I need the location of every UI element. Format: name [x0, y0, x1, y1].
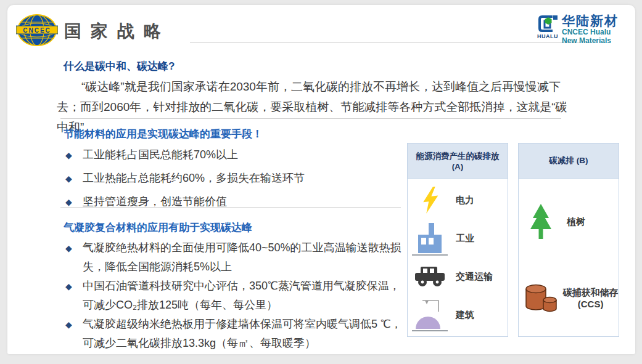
section1-heading: 什么是碳中和、碳达峰?: [64, 59, 175, 73]
panel-reduction-title: 碳减排 (B): [519, 144, 619, 179]
panel-row-building: 建筑: [408, 296, 508, 334]
panel-item-label: 建筑: [456, 309, 474, 321]
hualu-logo: HUALU 华陆新材 CNCEC Hualu New Materials: [537, 14, 619, 45]
diamond-bullet-icon: ◆: [65, 315, 72, 334]
divider-2: [60, 207, 401, 208]
factory-icon: [412, 221, 448, 254]
lightning-icon: [418, 185, 442, 214]
diamond-bullet-icon: ◆: [65, 277, 72, 296]
panel-emission-title: 能源消费产生的碳排放 (A): [408, 144, 508, 179]
hualu-name-cn: 华陆新材: [562, 14, 619, 28]
diamond-bullet-icon: ◆: [65, 239, 72, 258]
panel-item-label: 碳捕获和储存 (CCS): [562, 286, 619, 310]
section2-bullet-list: ◆工业能耗占国民总能耗70%以上 ◆工业热能占总能耗约60%，多损失在输送环节 …: [65, 145, 408, 216]
section3-heading: 气凝胶复合材料的应用有助于实现碳达峰: [64, 220, 252, 235]
panel-item-label: 交通运输: [456, 271, 493, 283]
panel-item-label: 植树: [567, 216, 585, 228]
cncec-globe-logo-icon: CNCEC: [16, 13, 58, 50]
divider-1: [60, 118, 561, 119]
panel-row-tree: 植树: [519, 181, 619, 263]
panel-emission: 能源消费产生的碳排放 (A) 电力: [407, 143, 508, 337]
title-underline: [190, 42, 580, 43]
list-item: ◆气凝胶绝热材料的全面使用可降低40~50%的工业高温输送散热损失，降低全国能源…: [65, 238, 408, 276]
slide: CNCEC 国家战略 HUALU 华陆新材 CNCEC Hualu New Ma…: [7, 5, 635, 354]
list-item: ◆工业热能占总能耗约60%，多损失在输送环节: [65, 169, 408, 187]
ground-line: [412, 254, 448, 256]
list-item: ◆工业能耗占国民总能耗70%以上: [65, 145, 408, 164]
section2-heading: 节能材料的应用是实现碳达峰的重要手段！: [64, 127, 263, 141]
panel-row-electricity: 电力: [408, 181, 508, 219]
hualu-mark-icon: [537, 14, 559, 34]
diamond-bullet-icon: ◆: [65, 193, 72, 211]
panel-row-transport: 交通运输: [408, 257, 508, 296]
list-item: ◆气凝胶超级纳米绝热板用于修建墙体保温可将室内暖气调低5 ℃，可减少二氧化碳排放…: [65, 315, 408, 352]
panel-reduction: 碳减排 (B) 植树: [518, 143, 619, 337]
barrels-icon: [523, 283, 559, 313]
tree-icon: [527, 203, 554, 240]
svg-text:CNCEC: CNCEC: [23, 27, 51, 34]
panel-item-label: 工业: [456, 233, 474, 245]
ground-line: [412, 330, 448, 331]
diamond-bullet-icon: ◆: [65, 146, 72, 164]
section3-bullet-list: ◆气凝胶绝热材料的全面使用可降低40~50%的工业高温输送散热损失，降低全国能源…: [65, 238, 408, 353]
hualu-name-en2: New Materials: [562, 36, 619, 45]
car-icon: [413, 265, 447, 288]
diamond-bullet-icon: ◆: [65, 169, 72, 188]
panel-item-label: 电力: [456, 195, 474, 206]
dome-building-icon: [413, 298, 447, 330]
list-item: ◆中国石油管道科技研究中心评估，350℃蒸汽管道用气凝胶保温，可减少CO₂排放1…: [65, 277, 408, 314]
list-item: ◆坚持管道瘦身，创造节能价值: [65, 192, 408, 211]
panel-row-ccs: 碳捕获和储存 (CCS): [519, 263, 619, 334]
page-title: 国家战略: [64, 20, 170, 43]
hualu-mark-text: HUALU: [537, 33, 558, 39]
carbon-panels: 能源消费产生的碳排放 (A) 电力: [407, 143, 619, 337]
hualu-name-en1: CNCEC Hualu: [562, 28, 619, 36]
panel-row-industry: 工业: [408, 219, 508, 257]
